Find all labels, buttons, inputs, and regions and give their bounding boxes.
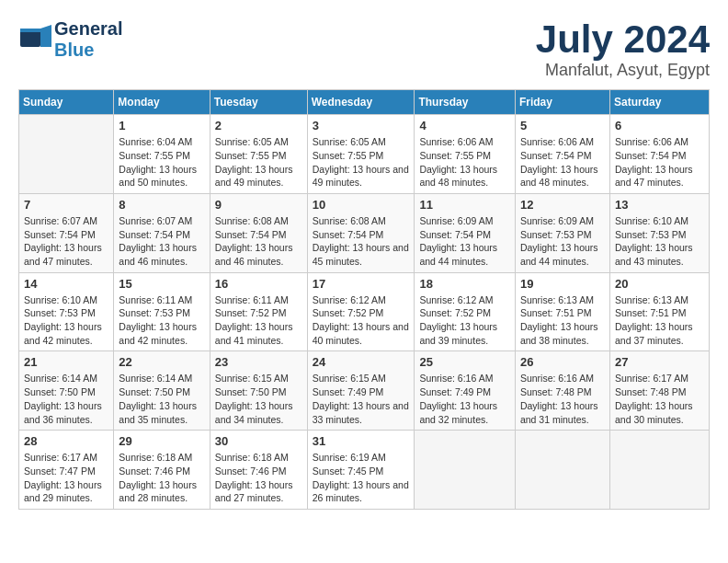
day-number: 4: [419, 119, 510, 132]
calendar-cell: [515, 431, 609, 510]
day-info: Sunrise: 6:13 AMSunset: 7:51 PMDaylight:…: [615, 293, 704, 348]
calendar-cell: 14Sunrise: 6:10 AMSunset: 7:53 PMDayligh…: [19, 272, 114, 351]
calendar-body: 1Sunrise: 6:04 AMSunset: 7:55 PMDaylight…: [19, 115, 710, 510]
calendar-cell: 1Sunrise: 6:04 AMSunset: 7:55 PMDaylight…: [114, 115, 210, 194]
calendar-week-5: 28Sunrise: 6:17 AMSunset: 7:47 PMDayligh…: [19, 431, 710, 510]
day-number: 20: [615, 277, 704, 291]
calendar-cell: [609, 431, 709, 510]
calendar-cell: 6Sunrise: 6:06 AMSunset: 7:54 PMDaylight…: [609, 115, 709, 194]
day-number: 6: [615, 119, 704, 132]
day-info: Sunrise: 6:17 AMSunset: 7:48 PMDaylight:…: [615, 372, 704, 426]
calendar-cell: 19Sunrise: 6:13 AMSunset: 7:51 PMDayligh…: [515, 272, 609, 351]
calendar-cell: [415, 431, 516, 510]
day-number: 18: [419, 277, 510, 291]
calendar-cell: 2Sunrise: 6:05 AMSunset: 7:55 PMDaylight…: [210, 115, 307, 194]
day-info: Sunrise: 6:06 AMSunset: 7:55 PMDaylight:…: [419, 135, 510, 190]
calendar-cell: 3Sunrise: 6:05 AMSunset: 7:55 PMDaylight…: [307, 115, 415, 194]
calendar-cell: 12Sunrise: 6:09 AMSunset: 7:53 PMDayligh…: [515, 193, 609, 272]
day-info: Sunrise: 6:07 AMSunset: 7:54 PMDaylight:…: [24, 214, 108, 269]
calendar-cell: 24Sunrise: 6:15 AMSunset: 7:49 PMDayligh…: [307, 351, 415, 431]
day-info: Sunrise: 6:13 AMSunset: 7:51 PMDaylight:…: [520, 293, 605, 348]
day-number: 22: [119, 355, 204, 369]
day-info: Sunrise: 6:14 AMSunset: 7:50 PMDaylight:…: [24, 372, 108, 426]
calendar-week-2: 7Sunrise: 6:07 AMSunset: 7:54 PMDaylight…: [19, 193, 710, 272]
calendar-week-4: 21Sunrise: 6:14 AMSunset: 7:50 PMDayligh…: [19, 351, 710, 431]
calendar-cell: 11Sunrise: 6:09 AMSunset: 7:54 PMDayligh…: [415, 193, 516, 272]
calendar-header-row: SundayMondayTuesdayWednesdayThursdayFrid…: [19, 90, 710, 115]
calendar-cell: 27Sunrise: 6:17 AMSunset: 7:48 PMDayligh…: [609, 351, 709, 431]
day-number: 14: [24, 277, 108, 291]
day-info: Sunrise: 6:04 AMSunset: 7:55 PMDaylight:…: [119, 135, 204, 190]
day-info: Sunrise: 6:14 AMSunset: 7:50 PMDaylight:…: [119, 372, 204, 426]
calendar-cell: 31Sunrise: 6:19 AMSunset: 7:45 PMDayligh…: [307, 431, 415, 510]
day-number: 15: [119, 277, 204, 291]
day-number: 30: [215, 434, 302, 448]
day-number: 23: [215, 355, 302, 369]
calendar-cell: 20Sunrise: 6:13 AMSunset: 7:51 PMDayligh…: [609, 272, 709, 351]
day-number: 12: [520, 198, 605, 212]
day-info: Sunrise: 6:15 AMSunset: 7:49 PMDaylight:…: [313, 372, 410, 426]
day-info: Sunrise: 6:18 AMSunset: 7:46 PMDaylight:…: [215, 451, 302, 505]
day-number: 3: [313, 119, 410, 132]
day-number: 25: [419, 355, 510, 369]
day-info: Sunrise: 6:17 AMSunset: 7:47 PMDaylight:…: [24, 451, 108, 505]
page-header: General Blue July 2024 Manfalut, Asyut, …: [18, 18, 710, 80]
day-info: Sunrise: 6:05 AMSunset: 7:55 PMDaylight:…: [313, 135, 410, 190]
day-number: 13: [615, 198, 704, 212]
calendar-cell: 23Sunrise: 6:15 AMSunset: 7:50 PMDayligh…: [210, 351, 307, 431]
day-info: Sunrise: 6:09 AMSunset: 7:54 PMDaylight:…: [419, 214, 510, 269]
day-info: Sunrise: 6:09 AMSunset: 7:53 PMDaylight:…: [520, 214, 605, 269]
day-info: Sunrise: 6:07 AMSunset: 7:54 PMDaylight:…: [119, 214, 204, 269]
day-info: Sunrise: 6:08 AMSunset: 7:54 PMDaylight:…: [313, 214, 410, 269]
day-header-saturday: Saturday: [609, 90, 709, 115]
logo-blue-text: Blue: [54, 40, 94, 60]
day-number: 19: [520, 277, 605, 291]
day-number: 31: [313, 434, 410, 448]
day-info: Sunrise: 6:06 AMSunset: 7:54 PMDaylight:…: [615, 135, 704, 190]
day-info: Sunrise: 6:05 AMSunset: 7:55 PMDaylight:…: [215, 135, 302, 190]
day-number: 17: [313, 277, 410, 291]
calendar-cell: 4Sunrise: 6:06 AMSunset: 7:55 PMDaylight…: [415, 115, 516, 194]
day-info: Sunrise: 6:12 AMSunset: 7:52 PMDaylight:…: [419, 293, 510, 348]
day-info: Sunrise: 6:06 AMSunset: 7:54 PMDaylight:…: [520, 135, 605, 190]
calendar-cell: 10Sunrise: 6:08 AMSunset: 7:54 PMDayligh…: [307, 193, 415, 272]
day-header-sunday: Sunday: [19, 90, 114, 115]
day-info: Sunrise: 6:11 AMSunset: 7:52 PMDaylight:…: [215, 293, 302, 348]
day-number: 27: [615, 355, 704, 369]
day-number: 7: [24, 198, 108, 212]
day-number: 11: [419, 198, 510, 212]
title-block: July 2024 Manfalut, Asyut, Egypt: [536, 18, 710, 80]
logo-general-text: General: [54, 18, 122, 39]
calendar-cell: 5Sunrise: 6:06 AMSunset: 7:54 PMDaylight…: [515, 115, 609, 194]
day-info: Sunrise: 6:11 AMSunset: 7:53 PMDaylight:…: [119, 293, 204, 348]
calendar-cell: 30Sunrise: 6:18 AMSunset: 7:46 PMDayligh…: [210, 431, 307, 510]
day-number: 5: [520, 119, 605, 132]
calendar-week-1: 1Sunrise: 6:04 AMSunset: 7:55 PMDaylight…: [19, 115, 710, 194]
calendar-cell: 26Sunrise: 6:16 AMSunset: 7:48 PMDayligh…: [515, 351, 609, 431]
day-number: 8: [119, 198, 204, 212]
calendar-subtitle: Manfalut, Asyut, Egypt: [536, 61, 710, 80]
day-info: Sunrise: 6:19 AMSunset: 7:45 PMDaylight:…: [313, 451, 410, 505]
day-info: Sunrise: 6:18 AMSunset: 7:46 PMDaylight:…: [119, 451, 204, 505]
day-header-wednesday: Wednesday: [307, 90, 415, 115]
svg-marker-1: [40, 25, 51, 47]
day-number: 21: [24, 355, 108, 369]
day-info: Sunrise: 6:15 AMSunset: 7:50 PMDaylight:…: [215, 372, 302, 426]
calendar-cell: 16Sunrise: 6:11 AMSunset: 7:52 PMDayligh…: [210, 272, 307, 351]
calendar-cell: [19, 115, 114, 194]
day-number: 2: [215, 119, 302, 132]
day-header-tuesday: Tuesday: [210, 90, 307, 115]
calendar-cell: 29Sunrise: 6:18 AMSunset: 7:46 PMDayligh…: [114, 431, 210, 510]
calendar-cell: 13Sunrise: 6:10 AMSunset: 7:53 PMDayligh…: [609, 193, 709, 272]
calendar-cell: 9Sunrise: 6:08 AMSunset: 7:54 PMDaylight…: [210, 193, 307, 272]
calendar-cell: 17Sunrise: 6:12 AMSunset: 7:52 PMDayligh…: [307, 272, 415, 351]
day-number: 1: [119, 119, 204, 132]
day-header-thursday: Thursday: [415, 90, 516, 115]
day-header-friday: Friday: [515, 90, 609, 115]
calendar-cell: 18Sunrise: 6:12 AMSunset: 7:52 PMDayligh…: [415, 272, 516, 351]
logo: General Blue: [18, 18, 122, 61]
calendar-table: SundayMondayTuesdayWednesdayThursdayFrid…: [18, 89, 710, 510]
day-number: 24: [313, 355, 410, 369]
calendar-cell: 28Sunrise: 6:17 AMSunset: 7:47 PMDayligh…: [19, 431, 114, 510]
day-number: 29: [119, 434, 204, 448]
